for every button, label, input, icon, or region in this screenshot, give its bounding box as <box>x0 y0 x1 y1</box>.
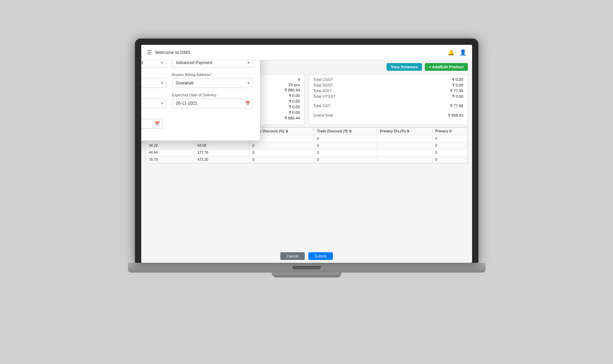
laptop-base <box>128 263 485 273</box>
billing-address-select-wrapper: Guwahati <box>172 78 253 88</box>
calendar-icon: 📅 <box>245 101 250 106</box>
col-header-primary-d[interactable]: Primary D <box>432 127 467 135</box>
laptop-stand <box>272 273 342 277</box>
app-title: Welcome to DMS <box>155 50 191 55</box>
table-row: 34.29 68.58 0 0 0 <box>146 142 467 149</box>
bell-icon[interactable]: 🔔 <box>448 49 455 56</box>
summary-row: Total UTGST ₹ 0.00 <box>313 94 463 99</box>
order-type-select[interactable]: Express <box>141 98 166 108</box>
menu-icon[interactable]: ☰ <box>147 49 152 56</box>
payment-terms-group: Payment Terms Advanced Payment <box>172 60 253 68</box>
expected-delivery-label: Expected Date of Delivery <box>172 93 253 97</box>
order-type-label: Order Type <box>141 93 166 97</box>
supplier-group: Supplier* DNV Foods Products Pvt Ltd <box>141 60 166 68</box>
billing-address-group: Buyers Billing Address* Guwahati <box>172 73 253 88</box>
calendar-icon-expiry: 📅 <box>155 121 160 126</box>
action-buttons-row: View Schemes + Add/Edit Product <box>387 63 468 71</box>
expected-delivery-input-wrapper: 📅 <box>172 98 253 108</box>
expected-delivery-group: Expected Date of Delivery 📅 <box>172 93 253 108</box>
bottom-actions: Cancel Submit <box>280 252 333 260</box>
order-type-select-wrapper: Express <box>141 98 166 108</box>
expiry-date-label: Expiry Date* <box>141 113 163 117</box>
user-icon[interactable]: 👤 <box>459 49 466 56</box>
form-row-1: Supplier* DNV Foods Products Pvt Ltd <box>141 60 253 68</box>
summary-row: Total CGST ₹ 0.00 <box>313 77 463 82</box>
summary-spacer <box>313 109 463 112</box>
main-content: View Schemes + Add/Edit Product Total SK… <box>141 60 472 263</box>
shipping-address-select[interactable]: Guwahati <box>141 78 166 88</box>
summary-right-panel: Total CGST ₹ 0.00 Total SGST ₹ 0.00 Tota… <box>309 74 468 125</box>
shipping-address-label: Buyers Shipping Address* <box>141 73 166 77</box>
col-header-trade-inr[interactable]: Trade Discount (₹) ⇅ <box>314 127 377 135</box>
top-bar: ☰ Welcome to DMS 🔔 👤 <box>141 45 472 60</box>
shipping-address-group: Buyers Shipping Address* Guwahati <box>141 73 166 88</box>
form-row-4: Expiry Date* 📅 <box>141 113 253 129</box>
table-row: 78.70 472.20 0 0 0 <box>146 156 467 163</box>
billing-address-label: Buyers Billing Address* <box>172 73 253 77</box>
summary-row: Total IGST ₹ 77.99 <box>313 89 463 93</box>
cancel-button[interactable]: Cancel <box>280 252 305 260</box>
submit-button[interactable]: Submit <box>308 252 333 260</box>
order-type-group: Order Type Express <box>141 93 166 108</box>
view-schemes-button[interactable]: View Schemes <box>387 63 422 71</box>
expected-delivery-input[interactable] <box>172 98 253 108</box>
summary-spacer <box>313 100 463 103</box>
add-edit-product-button[interactable]: + Add/Edit Product <box>425 63 468 71</box>
table-row: 44.44 177.76 0 0 0 <box>146 149 467 156</box>
form-row-3: Order Type Express Expecte <box>141 93 253 108</box>
summary-row: Grand Total ₹ 958.43 <box>313 113 463 118</box>
payment-terms-select[interactable]: Advanced Payment <box>172 60 253 68</box>
expiry-date-input-wrapper: 📅 <box>141 119 163 129</box>
summary-row: Total SGST ₹ 0.00 <box>313 83 463 88</box>
laptop-notch <box>293 266 321 269</box>
col-header-primary-pct[interactable]: Primary Dis.(%) ⇅ <box>377 127 432 135</box>
shipping-address-select-wrapper: Guwahati <box>141 78 166 88</box>
billing-address-select[interactable]: Guwahati <box>172 78 253 88</box>
form-row-2: Buyers Shipping Address* Guwahati <box>141 73 253 88</box>
payment-terms-select-wrapper: Advanced Payment <box>172 60 253 68</box>
summary-row: Total GST ₹ 77.99 <box>313 104 463 108</box>
supplier-select[interactable]: DNV Foods Products Pvt Ltd <box>141 60 166 68</box>
supplier-select-wrapper: DNV Foods Products Pvt Ltd <box>141 60 166 68</box>
expiry-date-group: Expiry Date* 📅 <box>141 113 163 129</box>
create-po-modal: Create New PO Supplier* DNV Foods Produc… <box>141 60 260 141</box>
